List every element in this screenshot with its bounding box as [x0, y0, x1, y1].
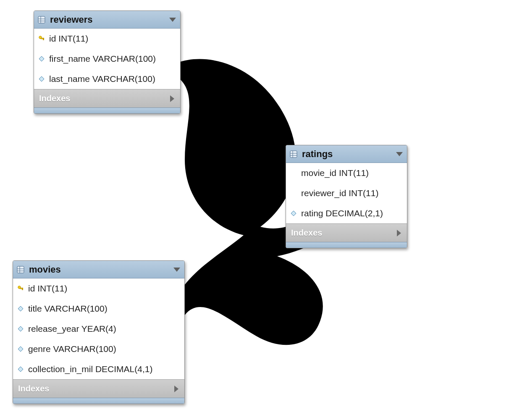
- table-title: movies: [29, 264, 61, 275]
- column-label: title VARCHAR(100): [28, 304, 108, 314]
- column-row[interactable]: title VARCHAR(100): [13, 299, 184, 319]
- indexes-section[interactable]: Indexes: [13, 379, 184, 398]
- table-footer: [34, 108, 180, 113]
- column-row[interactable]: first_name VARCHAR(100): [34, 49, 180, 69]
- svg-rect-14: [17, 266, 24, 273]
- svg-rect-0: [38, 16, 45, 23]
- table-icon: [37, 16, 46, 24]
- column-label: movie_id INT(11): [301, 168, 369, 178]
- svg-marker-22: [18, 326, 23, 331]
- er-diagram-canvas: reviewers id INT(11) first_name VARCHAR(…: [0, 0, 509, 420]
- table-header-reviewers[interactable]: reviewers: [34, 11, 180, 29]
- diamond-icon: [16, 345, 25, 353]
- svg-marker-8: [39, 76, 44, 81]
- column-row[interactable]: release_year YEAR(4): [13, 319, 184, 339]
- diamond-icon: [37, 75, 46, 83]
- key-icon: [16, 284, 25, 293]
- column-row[interactable]: reviewer_id INT(11): [286, 183, 407, 203]
- svg-marker-23: [18, 346, 23, 352]
- svg-marker-21: [18, 306, 23, 311]
- column-label: reviewer_id INT(11): [301, 188, 378, 198]
- diamond-icon: [37, 55, 46, 63]
- chevron-right-icon: [170, 95, 174, 102]
- column-row[interactable]: id INT(11): [13, 278, 184, 299]
- svg-marker-7: [39, 56, 44, 61]
- blank-icon: [289, 169, 298, 177]
- chevron-right-icon: [397, 230, 401, 236]
- column-row[interactable]: genre VARCHAR(100): [13, 339, 184, 359]
- key-icon: [37, 34, 46, 43]
- column-row[interactable]: movie_id INT(11): [286, 163, 407, 183]
- table-reviewers[interactable]: reviewers id INT(11) first_name VARCHAR(…: [34, 10, 181, 114]
- table-icon: [16, 265, 25, 274]
- chevron-down-icon: [173, 268, 180, 272]
- chevron-right-icon: [174, 386, 178, 392]
- indexes-label: Indexes: [18, 384, 49, 394]
- svg-marker-24: [18, 367, 23, 372]
- svg-marker-13: [291, 211, 296, 216]
- chevron-down-icon: [169, 18, 176, 22]
- diamond-icon: [16, 325, 25, 333]
- indexes-label: Indexes: [39, 94, 70, 103]
- svg-rect-9: [290, 151, 297, 158]
- chevron-down-icon: [396, 152, 403, 156]
- indexes-section[interactable]: Indexes: [286, 223, 407, 242]
- svg-rect-20: [22, 289, 23, 290]
- table-icon: [289, 150, 298, 158]
- diamond-icon: [289, 209, 298, 218]
- table-header-movies[interactable]: movies: [13, 261, 184, 278]
- table-ratings[interactable]: ratings movie_id INT(11) reviewer_id INT…: [286, 145, 407, 248]
- table-header-ratings[interactable]: ratings: [286, 145, 407, 163]
- indexes-section[interactable]: Indexes: [34, 89, 180, 108]
- column-label: id INT(11): [28, 284, 67, 294]
- table-title: ratings: [302, 149, 333, 160]
- diamond-icon: [16, 365, 25, 373]
- table-footer: [13, 398, 184, 404]
- column-label: collection_in_mil DECIMAL(4,1): [28, 364, 152, 374]
- column-label: id INT(11): [49, 34, 88, 44]
- column-row[interactable]: id INT(11): [34, 29, 180, 49]
- table-movies[interactable]: movies id INT(11) title VARCHAR(100) rel…: [13, 260, 185, 404]
- blank-icon: [289, 189, 298, 197]
- table-title: reviewers: [50, 14, 93, 25]
- indexes-label: Indexes: [291, 228, 322, 238]
- column-label: rating DECIMAL(2,1): [301, 208, 383, 218]
- column-label: last_name VARCHAR(100): [49, 74, 155, 84]
- column-row[interactable]: collection_in_mil DECIMAL(4,1): [13, 359, 184, 379]
- column-row[interactable]: last_name VARCHAR(100): [34, 69, 180, 89]
- column-label: release_year YEAR(4): [28, 324, 116, 334]
- column-label: genre VARCHAR(100): [28, 344, 116, 354]
- table-footer: [286, 242, 407, 248]
- column-row[interactable]: rating DECIMAL(2,1): [286, 203, 407, 223]
- diamond-icon: [16, 304, 25, 313]
- column-label: first_name VARCHAR(100): [49, 54, 156, 64]
- svg-rect-6: [43, 39, 44, 40]
